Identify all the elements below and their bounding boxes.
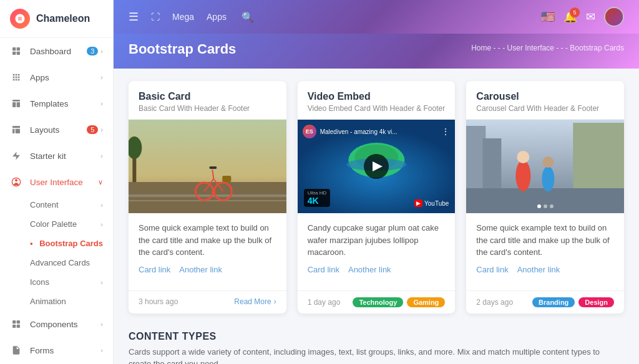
cards-row: Basic Card Basic Card With Header & Foot… xyxy=(129,81,624,314)
templates-icon xyxy=(10,97,22,110)
video-thumbnail[interactable]: ES Malediven - amazing 4k vi... ⋮ Ultra … xyxy=(298,120,456,213)
sidebar-item-starter-kit[interactable]: Starter kit › xyxy=(0,143,113,169)
video-options-icon[interactable]: ⋮ xyxy=(441,127,450,136)
avatar-image xyxy=(605,8,623,26)
apps-link[interactable]: Apps xyxy=(207,12,227,22)
basic-card-link2[interactable]: Another link xyxy=(179,265,222,274)
layouts-label: Layouts xyxy=(30,125,87,135)
user-interface-submenu: Content › Color Palette › Bootstrap Card… xyxy=(0,195,113,311)
carousel-footer: 2 days ago Branding Design xyxy=(466,290,624,314)
notifications-button[interactable]: 🔔 5 xyxy=(563,10,577,24)
templates-chevron: › xyxy=(100,100,103,107)
sub-item-animation[interactable]: Animation xyxy=(30,292,113,311)
carousel-dots xyxy=(537,204,554,208)
basic-card-footer: 3 hours ago Read More › xyxy=(129,290,286,312)
carousel-time: 2 days ago xyxy=(476,298,513,307)
play-button[interactable] xyxy=(364,154,389,179)
tag-technology[interactable]: Technology xyxy=(353,297,403,307)
breadcrumb-user-interface[interactable]: User Interface xyxy=(507,44,561,52)
carousel-body: Some quick example text to build on the … xyxy=(466,213,624,290)
video-card-link2[interactable]: Another link xyxy=(348,265,391,274)
advanced-cards-label: Advanced Cards xyxy=(30,258,90,267)
carousel-header: Carousel Carousel Card With Header & Foo… xyxy=(466,81,624,120)
content-types-section: CONTENT TYPES Cards support a wide varie… xyxy=(129,331,624,365)
topnav-right: 🇺🇸 🔔 5 ✉ xyxy=(541,7,624,27)
carousel-image[interactable] xyxy=(466,120,624,213)
components-icon xyxy=(10,318,22,330)
video-embed-tags: Technology Gaming xyxy=(353,297,445,307)
apps-chevron: › xyxy=(100,74,103,81)
basic-card-image xyxy=(129,120,286,213)
video-title-text: Malediven - amazing 4k vi... xyxy=(320,128,438,135)
flag-icon[interactable]: 🇺🇸 xyxy=(541,10,555,24)
sub-item-content[interactable]: Content › xyxy=(30,195,113,214)
sub-item-bootstrap-cards[interactable]: Bootstrap Cards xyxy=(30,234,113,253)
layouts-chevron: › xyxy=(100,126,103,133)
components-chevron: › xyxy=(100,320,103,328)
svg-point-41 xyxy=(516,160,531,191)
tag-gaming[interactable]: Gaming xyxy=(407,297,445,307)
sidebar-item-components[interactable]: Components › xyxy=(0,311,113,337)
breadcrumb-home[interactable]: Home xyxy=(471,44,498,52)
basic-card-link1[interactable]: Card link xyxy=(139,265,170,274)
sidebar: Chameleon Dashboard 3 › Apps › Templates… xyxy=(0,0,114,364)
sidebar-item-forms[interactable]: Forms › xyxy=(0,337,113,363)
basic-card-header: Basic Card Basic Card With Header & Foot… xyxy=(129,81,286,120)
svg-rect-3 xyxy=(17,52,20,55)
sidebar-item-apps[interactable]: Apps › xyxy=(0,64,113,90)
video-embed-card: Video Embed Video Embed Card With Header… xyxy=(298,81,456,314)
svg-rect-1 xyxy=(17,47,20,50)
user-avatar[interactable] xyxy=(604,7,624,27)
mega-link[interactable]: Mega xyxy=(172,12,194,22)
video-card-link1[interactable]: Card link xyxy=(308,265,339,274)
sidebar-item-user-interface[interactable]: User Interface ∨ xyxy=(0,169,113,195)
basic-card-title: Basic Card xyxy=(139,91,276,102)
carousel-link1[interactable]: Card link xyxy=(476,265,508,274)
svg-marker-10 xyxy=(12,151,20,160)
carousel-dot-2[interactable] xyxy=(544,204,547,208)
breadcrumb-bootstrap-cards: Bootstrap Cards xyxy=(570,44,624,52)
svg-rect-2 xyxy=(12,52,16,55)
video-quality-badge: Ultra HD 4K xyxy=(304,189,331,207)
svg-point-43 xyxy=(542,166,555,191)
youtube-text: YouTube xyxy=(424,200,449,207)
sub-item-color-palette[interactable]: Color Palette › xyxy=(30,214,113,234)
svg-point-12 xyxy=(15,179,17,181)
expand-icon[interactable]: ⛶ xyxy=(151,12,160,22)
svg-rect-40 xyxy=(466,188,624,213)
sub-item-icons[interactable]: Icons › xyxy=(30,272,113,292)
bike-scene xyxy=(129,120,286,213)
svg-rect-8 xyxy=(12,129,14,133)
content-chevron: › xyxy=(100,201,103,209)
apps-label: Apps xyxy=(30,73,100,82)
mail-icon[interactable]: ✉ xyxy=(586,10,595,24)
carousel-links: Card link Another link xyxy=(476,265,614,274)
dashboard-chevron: › xyxy=(100,47,103,55)
carousel-title: Carousel xyxy=(476,91,614,102)
video-embed-footer: 1 day ago Technology Gaming xyxy=(298,290,456,314)
hamburger-icon[interactable]: ☰ xyxy=(129,10,139,24)
dashboard-label: Dashboard xyxy=(30,47,87,56)
carousel-dot-3[interactable] xyxy=(550,204,554,208)
carousel-dot-1[interactable] xyxy=(537,204,541,208)
tag-branding[interactable]: Branding xyxy=(532,297,575,307)
sidebar-item-dashboard[interactable]: Dashboard 3 › xyxy=(0,38,113,64)
carousel-link2[interactable]: Another link xyxy=(517,265,560,274)
svg-rect-9 xyxy=(16,129,20,133)
svg-rect-14 xyxy=(17,320,20,323)
basic-card-read-more[interactable]: Read More › xyxy=(234,297,276,306)
svg-rect-0 xyxy=(12,47,16,50)
search-icon[interactable]: 🔍 xyxy=(241,11,254,23)
tag-design[interactable]: Design xyxy=(578,297,614,307)
video-embed-time: 1 day ago xyxy=(308,298,341,307)
user-interface-label: User Interface xyxy=(30,178,98,187)
forms-label: Forms xyxy=(30,346,100,355)
sidebar-item-layouts[interactable]: Layouts 5 › xyxy=(0,117,113,143)
svg-rect-5 xyxy=(12,102,16,107)
logo-area[interactable]: Chameleon xyxy=(0,0,113,38)
4k-label: 4K xyxy=(308,196,327,206)
dashboard-icon xyxy=(10,45,22,57)
sidebar-item-templates[interactable]: Templates › xyxy=(0,90,113,117)
layouts-badge: 5 xyxy=(87,125,98,134)
sub-item-advanced-cards[interactable]: Advanced Cards xyxy=(30,253,113,272)
